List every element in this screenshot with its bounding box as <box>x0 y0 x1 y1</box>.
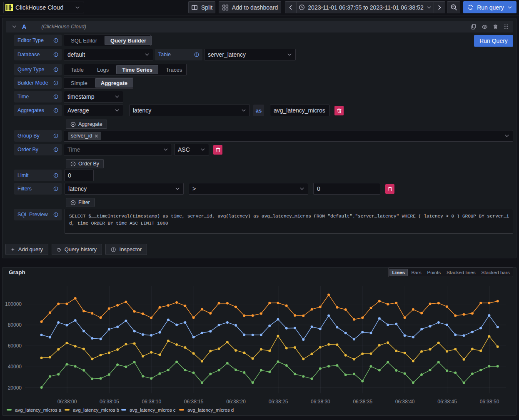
svg-text:avg_latency_micros c: avg_latency_micros c <box>130 408 176 412</box>
svg-text:60000: 60000 <box>8 343 22 349</box>
svg-text:avg_latency_micros b: avg_latency_micros b <box>73 408 119 412</box>
svg-text:06:38:45: 06:38:45 <box>437 399 457 405</box>
svg-text:avg_latency_micros a: avg_latency_micros a <box>15 408 62 412</box>
svg-text:06:38:00: 06:38:00 <box>57 399 77 405</box>
svg-text:06:38:30: 06:38:30 <box>311 399 330 405</box>
svg-text:06:38:40: 06:38:40 <box>395 399 415 405</box>
svg-text:06:38:10: 06:38:10 <box>142 399 161 405</box>
svg-text:40000: 40000 <box>8 364 22 370</box>
svg-text:06:38:50: 06:38:50 <box>480 399 499 405</box>
svg-text:06:38:05: 06:38:05 <box>100 399 119 405</box>
svg-text:avg_latency_micros d: avg_latency_micros d <box>187 408 234 412</box>
svg-text:20000: 20000 <box>8 385 22 391</box>
svg-text:80000: 80000 <box>8 322 22 328</box>
svg-text:06:38:20: 06:38:20 <box>226 399 246 405</box>
svg-text:100000: 100000 <box>5 301 22 307</box>
svg-text:06:38:15: 06:38:15 <box>184 399 204 405</box>
svg-text:06:38:35: 06:38:35 <box>353 399 372 405</box>
svg-text:06:38:25: 06:38:25 <box>269 399 288 405</box>
